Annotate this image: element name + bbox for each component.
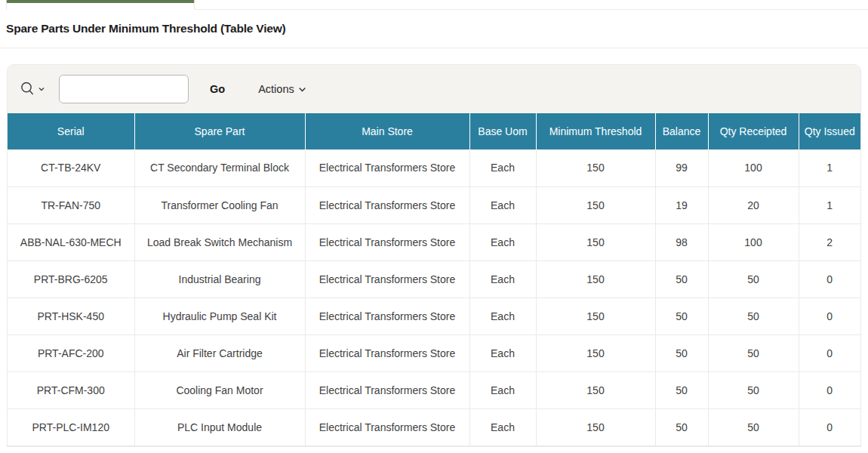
table-cell: 0 bbox=[799, 260, 860, 297]
tab-strip-filler bbox=[195, 0, 868, 10]
table-cell: 150 bbox=[536, 371, 655, 408]
tab-strip bbox=[0, 0, 868, 10]
table-cell: Electrical Transformers Store bbox=[305, 408, 469, 445]
table-cell: 50 bbox=[708, 334, 799, 371]
table-cell: Each bbox=[469, 260, 536, 297]
table-cell: Each bbox=[469, 223, 536, 260]
table-cell: PRT-PLC-IM120 bbox=[8, 408, 134, 445]
title-divider bbox=[0, 48, 868, 48]
column-header-qty-receipted[interactable]: Qty Receipted bbox=[708, 113, 799, 149]
column-header-spare-part[interactable]: Spare Part bbox=[134, 113, 305, 149]
table-cell: PRT-AFC-200 bbox=[8, 334, 134, 371]
table-cell: Electrical Transformers Store bbox=[305, 260, 469, 297]
table-cell: Transformer Cooling Fan bbox=[134, 186, 305, 223]
column-header-minimum-threshold[interactable]: Minimum Threshold bbox=[536, 113, 655, 149]
table-cell: Each bbox=[469, 149, 536, 186]
column-header-balance[interactable]: Balance bbox=[655, 113, 708, 149]
table-cell: 50 bbox=[708, 408, 799, 445]
table-cell: 0 bbox=[799, 371, 860, 408]
table-cell: Electrical Transformers Store bbox=[305, 297, 469, 334]
table-cell: 0 bbox=[799, 297, 860, 334]
table-cell: Cooling Fan Motor bbox=[134, 371, 305, 408]
table-cell: PRT-BRG-6205 bbox=[8, 260, 134, 297]
table-cell: Each bbox=[469, 186, 536, 223]
table-cell: 50 bbox=[708, 297, 799, 334]
table-cell: Hydraulic Pump Seal Kit bbox=[134, 297, 305, 334]
table-cell: Industrial Bearing bbox=[134, 260, 305, 297]
search-input[interactable] bbox=[59, 75, 189, 103]
table-cell: 50 bbox=[708, 260, 799, 297]
table-cell: 1 bbox=[799, 149, 860, 186]
active-tab[interactable] bbox=[6, 0, 195, 10]
column-header-qty-issued[interactable]: Qty Issued bbox=[799, 113, 860, 149]
table-cell: 20 bbox=[708, 186, 799, 223]
table-row: PRT-BRG-6205Industrial BearingElectrical… bbox=[8, 260, 860, 297]
table-cell: 0 bbox=[799, 334, 860, 371]
table-cell: Each bbox=[469, 297, 536, 334]
table-cell: PLC Input Module bbox=[134, 408, 305, 445]
table-cell: ABB-NAL-630-MECH bbox=[8, 223, 134, 260]
table-row: PRT-HSK-450Hydraulic Pump Seal KitElectr… bbox=[8, 297, 860, 334]
table-cell: 19 bbox=[655, 186, 708, 223]
table-cell: 50 bbox=[655, 371, 708, 408]
table-cell: 98 bbox=[655, 223, 708, 260]
table-cell: 50 bbox=[655, 408, 708, 445]
table-cell: Electrical Transformers Store bbox=[305, 334, 469, 371]
table-cell: 50 bbox=[655, 297, 708, 334]
table-cell: 50 bbox=[708, 371, 799, 408]
table-cell: 150 bbox=[536, 334, 655, 371]
column-header-base-uom[interactable]: Base Uom bbox=[469, 113, 536, 149]
search-icon bbox=[20, 81, 36, 97]
table-row: TR-FAN-750Transformer Cooling FanElectri… bbox=[8, 186, 860, 223]
table-cell: 50 bbox=[655, 260, 708, 297]
search-options-button[interactable] bbox=[17, 78, 48, 100]
table-cell: PRT-CFM-300 bbox=[8, 371, 134, 408]
table-row: ABB-NAL-630-MECHLoad Break Switch Mechan… bbox=[8, 223, 860, 260]
table-cell: CT Secondary Terminal Block bbox=[134, 149, 305, 186]
table-cell: TR-FAN-750 bbox=[8, 186, 134, 223]
table-cell: Each bbox=[469, 408, 536, 445]
table-header-row: SerialSpare PartMain StoreBase UomMinimu… bbox=[8, 113, 860, 149]
table-cell: Electrical Transformers Store bbox=[305, 223, 469, 260]
table-cell: 150 bbox=[536, 186, 655, 223]
table-cell: Electrical Transformers Store bbox=[305, 371, 469, 408]
table-cell: 150 bbox=[536, 408, 655, 445]
table-row: PRT-PLC-IM120PLC Input ModuleElectrical … bbox=[8, 408, 860, 445]
table-cell: Load Break Switch Mechanism bbox=[134, 223, 305, 260]
table-cell: Electrical Transformers Store bbox=[305, 186, 469, 223]
table-cell: 150 bbox=[536, 223, 655, 260]
table-cell: Each bbox=[469, 334, 536, 371]
table-cell: 150 bbox=[536, 297, 655, 334]
table-cell: Electrical Transformers Store bbox=[305, 149, 469, 186]
chevron-down-icon bbox=[298, 85, 306, 94]
table-cell: PRT-HSK-450 bbox=[8, 297, 134, 334]
chevron-down-icon bbox=[38, 85, 45, 93]
page-title: Spare Parts Under Minimum Threshold (Tab… bbox=[6, 22, 868, 35]
go-button[interactable]: Go bbox=[204, 79, 231, 100]
table-cell: 99 bbox=[655, 149, 708, 186]
table-cell: 1 bbox=[799, 186, 860, 223]
actions-menu-button[interactable]: Actions bbox=[252, 79, 312, 100]
table-cell: 0 bbox=[799, 408, 860, 445]
table-row: PRT-AFC-200Air Filter CartridgeElectrica… bbox=[8, 334, 860, 371]
table-cell: 100 bbox=[708, 149, 799, 186]
actions-menu-label: Actions bbox=[258, 83, 294, 95]
table-row: PRT-CFM-300Cooling Fan MotorElectrical T… bbox=[8, 371, 860, 408]
column-header-main-store[interactable]: Main Store bbox=[305, 113, 469, 149]
interactive-report-region: Go Actions SerialSpare PartMain StoreBas… bbox=[8, 65, 860, 446]
table-cell: Each bbox=[469, 371, 536, 408]
table-cell: Air Filter Cartridge bbox=[134, 334, 305, 371]
table-cell: CT-TB-24KV bbox=[8, 149, 134, 186]
table-cell: 2 bbox=[799, 223, 860, 260]
table-cell: 150 bbox=[536, 149, 655, 186]
table-cell: 100 bbox=[708, 223, 799, 260]
column-header-serial[interactable]: Serial bbox=[8, 113, 134, 149]
table-row: CT-TB-24KVCT Secondary Terminal BlockEle… bbox=[8, 149, 860, 186]
table-cell: 150 bbox=[536, 260, 655, 297]
table-cell: 50 bbox=[655, 334, 708, 371]
spare-parts-table: SerialSpare PartMain StoreBase UomMinimu… bbox=[8, 113, 860, 446]
report-toolbar: Go Actions bbox=[8, 65, 860, 113]
